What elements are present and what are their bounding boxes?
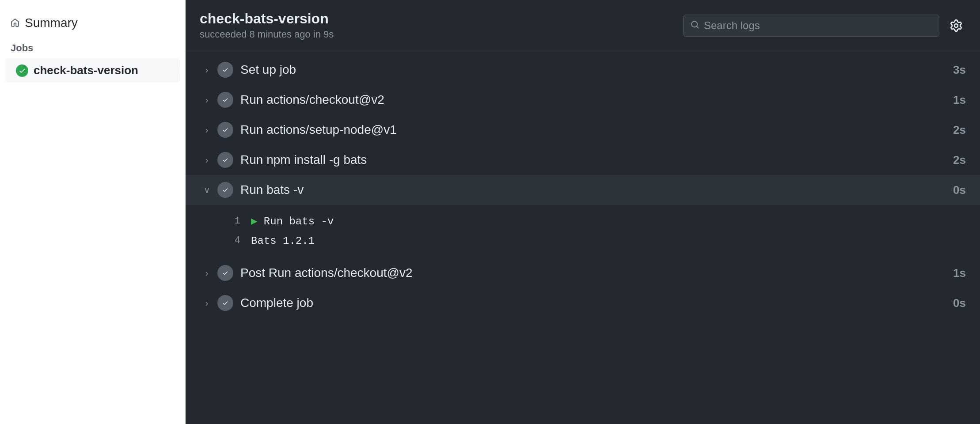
chevron-right-icon: ›: [200, 155, 214, 165]
step-success-icon: [217, 152, 233, 168]
log-line-number: 4: [230, 233, 240, 248]
search-icon: [691, 20, 699, 31]
step-name: Post Run actions/checkout@v2: [240, 266, 939, 280]
step-row[interactable]: › Complete job 0s: [186, 288, 980, 318]
main-title: check-bats-version: [200, 11, 334, 27]
step-duration: 3s: [939, 63, 966, 77]
step-success-icon: [217, 182, 233, 198]
main-panel: check-bats-version succeeded 8 minutes a…: [186, 0, 980, 424]
main-subtitle: succeeded 8 minutes ago in 9s: [200, 29, 334, 40]
chevron-right-icon: ›: [200, 298, 214, 308]
step-row-expanded[interactable]: ∨ Run bats -v 0s: [186, 175, 980, 205]
sidebar-summary-link[interactable]: Summary: [0, 11, 185, 35]
step-name: Set up job: [240, 63, 939, 77]
step-duration: 1s: [939, 93, 966, 107]
step-duration: 0s: [939, 296, 966, 310]
chevron-right-icon: ›: [200, 268, 214, 278]
step-success-icon: [217, 295, 233, 311]
step-name: Run npm install -g bats: [240, 153, 939, 167]
log-line-number: 1: [230, 214, 240, 228]
log-arrow-icon: ▶: [251, 216, 257, 227]
main-header-right: [683, 15, 966, 37]
step-duration: 2s: [939, 123, 966, 137]
step-log-content: 1 ▶ Run bats -v 4 Bats 1.2.1: [186, 205, 980, 258]
chevron-down-icon: ∨: [200, 185, 214, 195]
main-header: check-bats-version succeeded 8 minutes a…: [186, 0, 980, 51]
gear-button[interactable]: [946, 16, 966, 35]
log-line-text: Bats 1.2.1: [251, 233, 315, 249]
search-box[interactable]: [683, 15, 939, 37]
log-command: Run bats -v: [264, 216, 334, 227]
search-input[interactable]: [704, 19, 932, 32]
step-name: Run actions/setup-node@v1: [240, 123, 939, 137]
step-success-icon: [217, 265, 233, 281]
step-success-icon: [217, 62, 233, 78]
steps-list: › Set up job 3s › Run actions/checkout@v…: [186, 51, 980, 424]
sidebar: Summary Jobs check-bats-version: [0, 0, 186, 424]
step-success-icon: [217, 122, 233, 138]
step-success-icon: [217, 92, 233, 108]
step-name: Run bats -v: [240, 183, 939, 197]
summary-label: Summary: [25, 16, 78, 30]
chevron-right-icon: ›: [200, 95, 214, 105]
step-name: Complete job: [240, 296, 939, 310]
step-row[interactable]: › Post Run actions/checkout@v2 1s: [186, 258, 980, 288]
job-success-icon: [16, 64, 28, 77]
step-duration: 1s: [939, 266, 966, 280]
jobs-section-label: Jobs: [0, 35, 185, 57]
home-icon: [11, 19, 19, 27]
step-duration: 0s: [939, 183, 966, 197]
sidebar-job-label: check-bats-version: [34, 64, 138, 77]
log-line: 4 Bats 1.2.1: [230, 231, 966, 251]
step-name: Run actions/checkout@v2: [240, 93, 939, 107]
step-row[interactable]: › Set up job 3s: [186, 55, 980, 85]
log-line: 1 ▶ Run bats -v: [230, 212, 966, 231]
sidebar-job-item[interactable]: check-bats-version: [5, 58, 180, 83]
chevron-right-icon: ›: [200, 125, 214, 135]
step-row[interactable]: › Run actions/checkout@v2 1s: [186, 85, 980, 115]
step-row[interactable]: › Run actions/setup-node@v1 2s: [186, 115, 980, 145]
main-header-left: check-bats-version succeeded 8 minutes a…: [200, 11, 334, 40]
chevron-right-icon: ›: [200, 65, 214, 75]
step-row[interactable]: › Run npm install -g bats 2s: [186, 145, 980, 175]
log-line-text: ▶ Run bats -v: [251, 214, 334, 230]
step-duration: 2s: [939, 153, 966, 167]
